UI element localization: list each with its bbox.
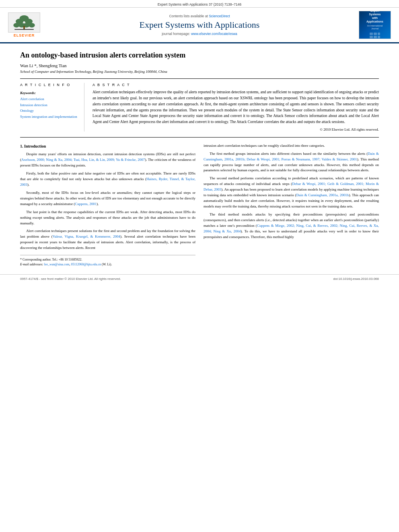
journal-title: Expert Systems with Applications	[56, 20, 343, 30]
keyword-1[interactable]: Alert correlation	[20, 96, 78, 102]
journal-homepage: journal homepage: www.elsevier.com/locat…	[56, 32, 343, 36]
svg-rect-11	[378, 33, 380, 35]
right-para-2: The first method groups intrusion alerts…	[204, 151, 379, 174]
journal-header: ELSEVIER Contents lists available at Sci…	[0, 8, 399, 43]
article-info: A R T I C L E I N F O Keywords: Alert co…	[20, 83, 379, 131]
article-info-heading: A R T I C L E I N F O	[20, 83, 78, 87]
journal-cover-thumb: ExpertSystemswithApplications An Interna…	[359, 11, 391, 39]
svg-rect-8	[14, 29, 34, 30]
svg-rect-14	[378, 36, 380, 38]
intro-para-3: Secondly, most of the IDSs focus on low-…	[20, 190, 195, 207]
contents-available: Contents lists available at ScienceDirec…	[56, 14, 343, 18]
article-info-left: A R T I C L E I N F O Keywords: Alert co…	[20, 83, 84, 131]
intro-para-4: The last point is that the response capa…	[20, 210, 195, 226]
copyright: © 2010 Elsevier Ltd. All rights reserved…	[93, 127, 379, 131]
svg-rect-10	[374, 33, 377, 35]
elsevier-text: ELSEVIER	[14, 33, 35, 37]
article-title: An ontology-based intrusion alerts corre…	[20, 51, 379, 60]
abstract-text: Alert correlation techniques effectively…	[93, 89, 379, 125]
keyword-2[interactable]: Intrusion detection	[20, 102, 78, 108]
elsevier-logo: ELSEVIER	[8, 12, 40, 37]
sciencedirect-link[interactable]: ScienceDirect	[209, 14, 230, 18]
elsevier-logo-area: ELSEVIER	[8, 12, 48, 37]
journal-homepage-link[interactable]: www.elsevier.com/locate/eswa	[191, 32, 237, 36]
right-para-4: The third method models attacks by speci…	[204, 212, 379, 240]
page: Expert Systems with Applications 37 (201…	[0, 0, 399, 532]
intro-para-2: Firstly, both the false positive rate an…	[20, 171, 195, 188]
doi-left: 0957-4174/$ - see front matter © 2010 El…	[20, 277, 121, 281]
abstract-heading: A B S T R A C T	[93, 83, 379, 87]
intro-para-1: Despite many years' efforts on intrusion…	[20, 152, 195, 168]
intro-para-5: Alert correlation techniques present sol…	[20, 228, 195, 251]
keyword-3[interactable]: Ontology	[20, 108, 78, 113]
right-para-3: The second method performs correlation a…	[204, 176, 379, 210]
bottom-bar: 0957-4174/$ - see front matter © 2010 El…	[0, 274, 399, 283]
article-info-right: A B S T R A C T Alert correlation techni…	[93, 83, 379, 131]
journal-thumbnail: ExpertSystemswithApplications An Interna…	[351, 11, 391, 39]
svg-rect-12	[370, 36, 373, 38]
keyword-4[interactable]: System integration and implementation	[20, 114, 78, 119]
right-para-1: intrusion alert correlation techniques c…	[204, 143, 379, 149]
section-divider	[20, 137, 379, 138]
journal-header-center: Contents lists available at ScienceDirec…	[48, 14, 351, 36]
doi-right: doi:10.1016/j.eswa.2010.03.068	[333, 277, 379, 281]
article-authors: Wan Li *, Shengfeng Tian	[20, 63, 379, 68]
journal-citation-bar: Expert Systems with Applications 37 (201…	[0, 0, 399, 8]
body-columns: 1. Introduction Despite many years' effo…	[20, 143, 379, 267]
body-col-left: 1. Introduction Despite many years' effo…	[20, 143, 195, 267]
footnote-star: * Corresponding author. Tel.: +86 10 516…	[20, 257, 195, 262]
footnote-area: * Corresponding author. Tel.: +86 10 516…	[20, 255, 195, 267]
section-1-heading: 1. Introduction	[20, 143, 195, 150]
article-divider	[20, 78, 379, 79]
body-col-right: intrusion alert correlation techniques c…	[204, 143, 379, 267]
footnote-email: E-mail addresses: lee_wan@sina.com, 0511…	[20, 262, 195, 267]
keywords-label: Keywords:	[20, 91, 78, 95]
svg-rect-13	[374, 36, 377, 38]
elsevier-tree-logo	[8, 12, 40, 33]
journal-citation: Expert Systems with Applications 37 (201…	[158, 2, 241, 6]
svg-rect-9	[370, 33, 373, 35]
article-affiliation: School of Computer and Information Techn…	[20, 70, 379, 74]
main-content: An ontology-based intrusion alerts corre…	[0, 43, 399, 274]
